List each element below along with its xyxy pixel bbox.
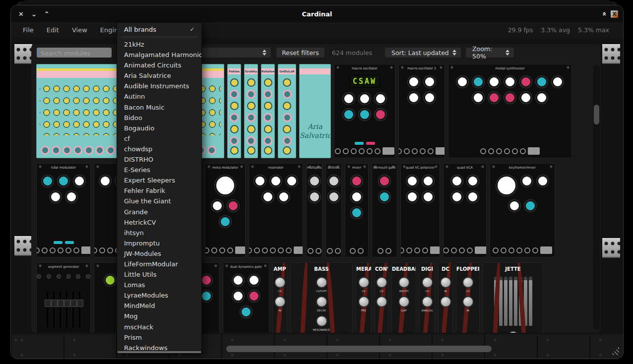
knob [264,102,272,110]
menu-item-brand[interactable]: Animated Circuits [117,60,201,70]
module-card[interactable]: mixer [345,163,369,257]
menu-item-brand[interactable]: E-Series [117,165,201,175]
knob-label: DECAY [291,309,352,312]
port [467,247,473,253]
menu-item-brand[interactable]: Rackwindows [117,343,201,351]
menu-item-brand[interactable]: Audible Instruments [117,81,201,91]
menubar-item-file[interactable]: File [23,26,34,34]
menu-item-brand[interactable]: MindMeld [117,301,201,311]
menu-separator [121,37,197,37]
search-input[interactable] [40,48,110,59]
menu-item-brand[interactable]: HetrickCV [117,217,201,228]
module-card[interactable]: segment generator [36,262,91,333]
menu-item-brand[interactable]: Fehler Fabrik [117,185,201,196]
knob [462,296,474,307]
collapse-icon[interactable]: « [600,11,608,16]
knob-label: CV [456,290,479,293]
menu-item-brand[interactable]: 21kHz [117,39,201,50]
knob-label: CUTOFF [291,290,352,293]
module-card[interactable] [36,64,120,158]
menu-item-brand[interactable]: mscHack [117,322,201,332]
menu-item-brand[interactable]: Aria Salvatrice [117,70,201,81]
menu-item-brand[interactable]: Autinn [117,91,201,102]
menu-item-brand[interactable]: Amalgamated Harmonics [117,50,201,60]
module-card[interactable]: quad VCA [443,163,487,257]
module-title: BASS [291,263,352,272]
module-card[interactable]: Aria Salvatrice [299,64,331,158]
module-card[interactable]: macro oscillatorCSAW [334,64,395,158]
module-card[interactable]: meta modulator [205,163,246,257]
knob [247,113,255,122]
module-card[interactable]: Rotatoes [261,64,275,158]
module-card[interactable]: AMPCVIN [272,262,287,333]
zoom-select[interactable]: Zoom: 50% [466,48,514,58]
menu-item-brand[interactable]: Glue the Giant [117,196,201,206]
module-card[interactable]: utilities [325,163,342,257]
horizontal-scrollbar-thumb[interactable] [226,346,492,352]
reset-filters-button[interactable]: Reset filters [276,48,324,58]
module-card[interactable]: UnDuLaR [278,64,296,158]
vertical-scrollbar-thumb[interactable] [594,105,599,124]
module-card[interactable]: bernoulli gate [372,163,397,257]
menu-item-brand[interactable]: LifeFormModular [117,259,201,269]
module-card[interactable]: keyframer/mixer [490,163,555,257]
menu-item-brand[interactable]: JW-Modules [117,248,201,259]
module-card[interactable]: Grabby [244,64,258,158]
menu-item-brand[interactable]: Bacon Music [117,102,201,113]
module-card[interactable]: modal synthesizer [448,64,572,158]
module-title: modal synthesizer [448,64,571,72]
module-card[interactable]: CONVCV [375,262,388,333]
search-field[interactable] [37,48,112,58]
port [378,248,383,254]
sort-select[interactable]: Sort: Last updated [385,48,461,58]
module-title: meta modulator [205,164,245,171]
module-card[interactable]: JETTEV/OCT [483,262,543,333]
port [99,247,105,253]
port [94,247,97,253]
module-card[interactable]: BASSCUTOFFDECAYRESONANCEENVMOD [290,262,353,333]
knob [451,175,463,187]
menu-item-brand[interactable]: Prism [117,332,201,343]
menu-item-brand[interactable]: DISTRHO [117,154,201,165]
menu-item-brand[interactable]: Bogaudio [117,123,201,133]
output-pad [528,147,540,155]
menu-item-brand[interactable]: Grande [117,207,201,217]
module-title: UnDuLaR [278,68,296,74]
module-card[interactable]: macro oscillator 2 [398,64,445,158]
menubar-item-edit[interactable]: Edit [47,26,59,34]
module-card[interactable]: tidal modulator [36,163,91,257]
menu-item-brand[interactable]: LyraeModules [117,290,201,301]
module-title: FLOPPER [456,263,479,272]
module-card[interactable]: MERACVPRE [356,262,372,333]
menu-item-brand[interactable]: Bidoo [117,113,201,123]
module-card[interactable]: DEADBANDWIDTHGAP [391,262,416,333]
knob-label: IN [456,309,479,312]
menubar-item-view[interactable]: View [72,26,87,34]
module-card[interactable]: resonator [249,163,303,257]
menu-item-brand[interactable]: ihtsyn [117,228,201,238]
module-title: DEADBAND [392,263,416,272]
updown-arrows-icon [262,50,266,56]
menu-item-brand[interactable]: Mog [117,311,201,321]
module-card[interactable]: DCIN [438,262,453,333]
menu-item-brand[interactable]: Expert Sleepers [117,175,201,185]
module-card[interactable]: Pokies [227,64,241,158]
module-card[interactable]: FLOPPERCVIN [456,262,480,333]
module-card[interactable]: multiples [306,163,322,257]
menu-item-brand[interactable]: Impromptu [117,238,201,248]
menu-item-brand[interactable]: Little Utils [117,269,201,280]
knob [472,76,484,88]
module-card[interactable]: quad VC-polarizer [400,163,440,257]
module-card[interactable]: dual dynamics gate [223,262,269,333]
menu-item-all-brands[interactable]: All brands ✓ [117,23,201,36]
knob [247,125,255,133]
output-pad [235,246,246,254]
vertical-scrollbar[interactable] [593,65,600,330]
knob [472,92,484,104]
label-chip [366,142,375,145]
output-pad [382,147,394,155]
menu-item-brand[interactable]: Lomas [117,280,201,290]
menu-item-brand[interactable]: chowdsp [117,144,201,154]
menu-item-brand[interactable]: cf [117,133,201,144]
module-card[interactable]: DIGICVANALOG [419,262,435,333]
